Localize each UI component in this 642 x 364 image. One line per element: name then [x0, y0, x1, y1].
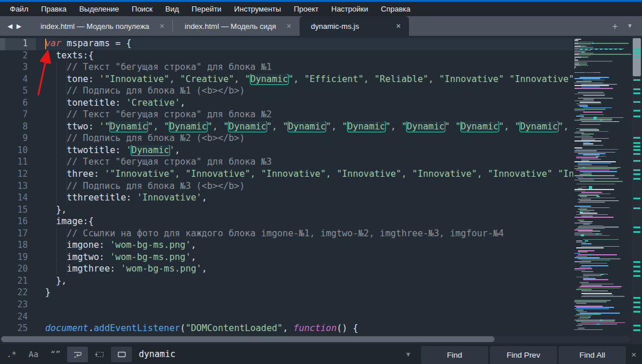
- code-token: ", ": [385, 121, 407, 132]
- minimap-line: [574, 40, 578, 41]
- menu-item-2[interactable]: Правка: [35, 2, 73, 16]
- close-tab-icon[interactable]: ×: [286, 22, 291, 30]
- toggle-in-selection[interactable]: [89, 347, 110, 362]
- minimap-line: [574, 300, 611, 301]
- code-token: // Текст "бегущая строка" для блока №2: [45, 109, 272, 120]
- find-all-button[interactable]: Find All: [559, 346, 626, 364]
- new-tab-icon[interactable]: +: [612, 21, 618, 31]
- code-line[interactable]: tone: '"Innovative", "Creative", "Dynami…: [36, 74, 573, 86]
- find-button[interactable]: Find: [421, 346, 488, 364]
- code-line[interactable]: texts:{: [36, 50, 573, 62]
- minimap-line: [574, 53, 593, 54]
- search-match: Dynamic: [520, 121, 558, 132]
- minimap-line: [595, 49, 597, 50]
- code-line[interactable]: },: [36, 205, 573, 217]
- tab-3[interactable]: dynamic-ms.js×: [300, 16, 409, 36]
- code-view[interactable]: var msparams = { texts:{ // Текст "бегущ…: [36, 38, 573, 335]
- toggle-wrap[interactable]: [67, 347, 88, 362]
- line-number: 19: [0, 252, 36, 264]
- minimap-line: [574, 66, 576, 68]
- code-line[interactable]: ttwo: '"Dynamic", "Dynamic", "Dynamic", …: [36, 121, 573, 133]
- close-find-bar-icon[interactable]: ×: [627, 350, 641, 359]
- code-line[interactable]: [36, 311, 573, 324]
- code-line[interactable]: // Подпись для блока №2 (<b></b>): [36, 133, 573, 145]
- menu-item-9[interactable]: Настройки: [325, 2, 375, 16]
- indent-guide: [67, 264, 67, 275]
- vertical-scrollbar[interactable]: [632, 36, 642, 344]
- minimap[interactable]: [573, 36, 632, 334]
- code-line[interactable]: }: [36, 287, 573, 299]
- code-token: '"Innovative", "Creative", ": [99, 74, 250, 84]
- code-line[interactable]: var msparams = {: [36, 38, 573, 50]
- tab-overflow-icon[interactable]: ▼: [627, 23, 633, 29]
- code-line[interactable]: // Текст "бегущая строка" для блока №1: [36, 62, 573, 74]
- minimap-line: [576, 247, 604, 248]
- minimap-line: [581, 192, 602, 193]
- scrollbar-match-mark: [633, 137, 640, 139]
- toggle-highlight-matches[interactable]: [111, 347, 132, 362]
- toggle-case-sensitive[interactable]: Aa: [23, 347, 44, 362]
- indent-guide: [56, 252, 57, 263]
- code-line[interactable]: ttwotitle: 'Dynamic',: [36, 145, 573, 157]
- menu-item-3[interactable]: Выделение: [73, 2, 126, 16]
- menu-item-4[interactable]: Поиск: [126, 2, 159, 16]
- toggle-regex[interactable]: .*: [1, 347, 22, 362]
- menu-item-5[interactable]: Вид: [159, 2, 186, 16]
- tab-2[interactable]: index.html — Модель сидя×: [173, 16, 299, 36]
- search-match: Dynamic: [461, 121, 499, 132]
- minimap-line: [581, 291, 608, 292]
- line-number: 7: [0, 109, 36, 121]
- code-line[interactable]: tonetitle: 'Creative',: [36, 98, 573, 110]
- code-line[interactable]: document.addEventListener("DOMContentLoa…: [36, 323, 573, 335]
- code-line[interactable]: // Ссылки на фото для каждого блока imgo…: [36, 228, 573, 240]
- code-line[interactable]: // Подпись для блока №3 (<b></b>): [36, 181, 573, 193]
- close-tab-icon[interactable]: ×: [160, 22, 164, 30]
- horizontal-scrollbar-thumb[interactable]: [1, 336, 495, 342]
- minimap-line: [578, 258, 621, 259]
- line-number: 10: [0, 145, 36, 157]
- code-token: ': [169, 145, 175, 155]
- code-line[interactable]: tthreetitle: 'Innovative',: [36, 192, 573, 205]
- in-selection-icon: [94, 350, 105, 359]
- code-line[interactable]: [36, 299, 573, 311]
- code-line[interactable]: imgone: 'wom-bg-ms.png',: [36, 240, 573, 252]
- minimap-line: [596, 233, 599, 235]
- search-input[interactable]: dynamic ▼: [132, 344, 419, 364]
- code-line[interactable]: // Текст "бегущая строка" для блока №2: [36, 109, 573, 121]
- minimap-line: [578, 92, 604, 93]
- minimap-line: [574, 47, 593, 48]
- menu-item-1[interactable]: Файл: [3, 2, 35, 16]
- minimap-line: [574, 61, 613, 62]
- minimap-line: [580, 54, 632, 55]
- code-token: // Текст "бегущая строка" для блока №3: [45, 157, 272, 167]
- indent-guide: [67, 75, 67, 86]
- horizontal-scrollbar[interactable]: [1, 336, 630, 343]
- code-line[interactable]: imgtwo: 'wom-bg-ms.png',: [36, 252, 573, 264]
- close-tab-icon[interactable]: ×: [396, 22, 401, 30]
- code-line[interactable]: // Текст "бегущая строка" для блока №3: [36, 157, 573, 169]
- next-tab-icon[interactable]: ▶: [16, 23, 21, 30]
- text-caret: [45, 39, 46, 49]
- code-line[interactable]: },: [36, 276, 573, 288]
- menu-item-8[interactable]: Проект: [287, 2, 325, 16]
- minimap-line: [574, 65, 581, 66]
- minimap-line: [578, 251, 588, 252]
- indent-guide: [67, 169, 67, 180]
- search-history-icon[interactable]: ▼: [406, 351, 410, 358]
- tab-1[interactable]: index.html — Модель полулежа×: [29, 16, 172, 36]
- code-line[interactable]: three: '"Innovative", "Innovative", "Inn…: [36, 169, 573, 181]
- menu-item-6[interactable]: Перейти: [185, 2, 228, 16]
- menu-item-7[interactable]: Инструменты: [228, 2, 287, 16]
- code-line[interactable]: image:{: [36, 216, 573, 228]
- prev-tab-icon[interactable]: ◀: [8, 23, 12, 30]
- find-prev-button[interactable]: Find Prev: [490, 346, 557, 364]
- line-number: 4: [0, 74, 36, 86]
- toggle-whole-word[interactable]: “”: [45, 347, 66, 362]
- code-line[interactable]: imgthree: 'wom-bg-ms.png',: [36, 263, 573, 276]
- scrollbar-match-mark: [633, 306, 640, 308]
- indent-guide: [67, 86, 67, 97]
- code-token: 'wom-bg-ms.png': [110, 240, 191, 250]
- code-line[interactable]: // Подпись для блока №1 (<b></b>): [36, 86, 573, 98]
- line-number: 18: [0, 240, 36, 252]
- menu-item-10[interactable]: Справка: [375, 2, 417, 16]
